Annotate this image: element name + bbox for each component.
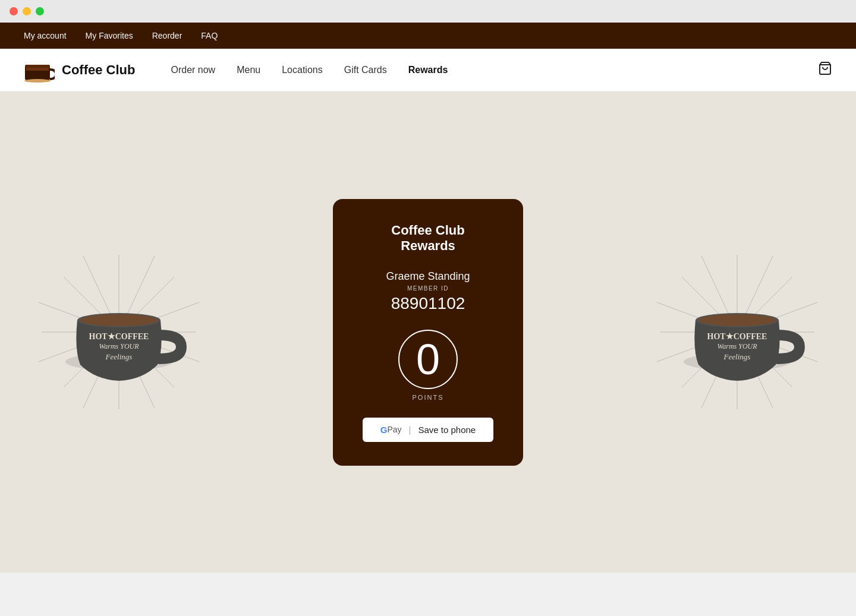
window-chrome bbox=[0, 0, 856, 23]
divider: | bbox=[409, 425, 411, 435]
deco-cup-right: HOT★COFFEE Warms YOUR Feelings bbox=[642, 243, 832, 421]
maximize-button[interactable] bbox=[36, 7, 44, 15]
gpay-icon: G Pay bbox=[380, 425, 402, 435]
save-to-phone-button[interactable]: G Pay | Save to phone bbox=[363, 418, 493, 442]
minimize-button[interactable] bbox=[23, 7, 31, 15]
rewards-card: Coffee Club Rewards Graeme Standing MEMB… bbox=[333, 199, 523, 466]
logo-text: Coffee Club bbox=[62, 62, 135, 78]
nav-rewards[interactable]: Rewards bbox=[408, 65, 448, 75]
top-nav-my-account[interactable]: My account bbox=[24, 31, 67, 40]
svg-text:HOT★COFFEE: HOT★COFFEE bbox=[707, 332, 767, 341]
member-id-value: 88901102 bbox=[363, 294, 493, 313]
top-nav-faq[interactable]: FAQ bbox=[201, 31, 218, 40]
points-value: 0 bbox=[398, 330, 458, 389]
top-nav-my-favorites[interactable]: My Favorites bbox=[86, 31, 133, 40]
svg-text:Warms YOUR: Warms YOUR bbox=[717, 342, 757, 350]
svg-point-23 bbox=[80, 314, 158, 326]
nav-menu[interactable]: Menu bbox=[237, 65, 260, 75]
nav-locations[interactable]: Locations bbox=[282, 65, 323, 75]
svg-text:Feelings: Feelings bbox=[105, 352, 133, 361]
svg-point-2 bbox=[24, 79, 51, 83]
svg-rect-1 bbox=[25, 65, 50, 68]
member-name: Graeme Standing bbox=[363, 270, 493, 283]
svg-text:Feelings: Feelings bbox=[723, 352, 751, 361]
hero-section: HOT★COFFEE Warms YOUR Feelings Coffee Cl… bbox=[0, 91, 856, 573]
close-button[interactable] bbox=[10, 7, 18, 15]
cart-icon[interactable] bbox=[818, 61, 832, 79]
svg-text:HOT★COFFEE: HOT★COFFEE bbox=[89, 332, 149, 341]
top-nav-bar: My account My Favorites Reorder FAQ bbox=[0, 23, 856, 49]
card-title: Coffee Club Rewards bbox=[363, 223, 493, 254]
deco-cup-left: HOT★COFFEE Warms YOUR Feelings bbox=[24, 243, 214, 421]
main-header: Coffee Club Order now Menu Locations Gif… bbox=[0, 49, 856, 91]
save-to-phone-label: Save to phone bbox=[418, 425, 476, 435]
svg-text:Warms YOUR: Warms YOUR bbox=[99, 342, 139, 350]
nav-order-now[interactable]: Order now bbox=[171, 65, 215, 75]
top-nav-reorder[interactable]: Reorder bbox=[152, 31, 182, 40]
main-nav: Order now Menu Locations Gift Cards Rewa… bbox=[171, 65, 448, 75]
svg-point-45 bbox=[698, 314, 776, 326]
member-id-label: MEMBER ID bbox=[363, 285, 493, 292]
points-label: POINTS bbox=[363, 394, 493, 401]
nav-gift-cards[interactable]: Gift Cards bbox=[344, 65, 387, 75]
logo-link[interactable]: Coffee Club bbox=[24, 58, 135, 83]
logo-icon bbox=[24, 58, 55, 83]
svg-rect-3 bbox=[26, 68, 49, 71]
